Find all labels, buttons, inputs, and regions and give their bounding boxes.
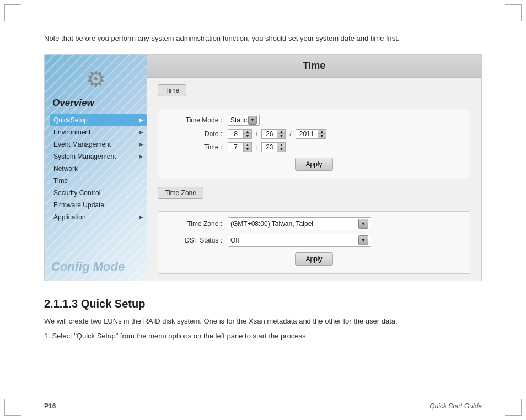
timezone-tab-btn[interactable]: Time Zone bbox=[158, 187, 470, 203]
timezone-control: (GMT+08:00) Taiwan, Taipei ▼ bbox=[228, 217, 371, 230]
sidebar-menu-item-label-8: Application bbox=[53, 213, 86, 221]
time-mode-select[interactable]: Static ▼ bbox=[228, 115, 260, 126]
time-label: Time : bbox=[167, 143, 222, 151]
date-label: Date : bbox=[167, 130, 222, 138]
date-month-up[interactable]: ▲ bbox=[244, 130, 251, 134]
timezone-row: Time Zone : (GMT+08:00) Taiwan, Taipei ▼ bbox=[167, 217, 461, 230]
time-minute-spinbox: 23 ▲ ▼ bbox=[261, 142, 286, 152]
sidebar-menu-item-8[interactable]: Application▶ bbox=[50, 211, 147, 223]
sidebar: ⚙ Overview QuickSetup▶Environment▶Event … bbox=[45, 55, 147, 281]
time-hour-value: 7 bbox=[228, 142, 243, 152]
sidebar-menu-item-5[interactable]: Time bbox=[50, 175, 147, 187]
timezone-select[interactable]: (GMT+08:00) Taiwan, Taipei ▼ bbox=[228, 217, 371, 230]
dst-select[interactable]: Off ▼ bbox=[228, 234, 371, 247]
corner-border-bl bbox=[4, 399, 21, 416]
date-year-spinbox: 2011 ▲ ▼ bbox=[296, 129, 326, 139]
date-month-spinbox: 8 ▲ ▼ bbox=[228, 129, 252, 139]
sidebar-menu-item-arrow-8: ▶ bbox=[139, 214, 143, 220]
footer-guide-name: Quick Start Guide bbox=[430, 402, 482, 410]
date-year-up[interactable]: ▲ bbox=[318, 130, 326, 134]
sidebar-menu-item-label-3: System Management bbox=[53, 153, 116, 160]
config-mode-label: Config Mode bbox=[51, 260, 125, 274]
time-mode-label: Time Mode : bbox=[167, 116, 222, 124]
corner-border-tl bbox=[4, 4, 21, 21]
sidebar-menu-item-arrow-2: ▶ bbox=[139, 141, 143, 147]
sidebar-menu-item-2[interactable]: Event Management▶ bbox=[50, 138, 147, 150]
sidebar-menu-item-3[interactable]: System Management▶ bbox=[50, 150, 147, 163]
date-row: Date : 8 ▲ ▼ / 26 bbox=[167, 129, 461, 139]
date-day-spinbox: 26 ▲ ▼ bbox=[261, 129, 286, 139]
screenshot-box: ⚙ Overview QuickSetup▶Environment▶Event … bbox=[44, 54, 482, 281]
time-control: 7 ▲ ▼ : 23 ▲ ▼ bbox=[228, 142, 286, 152]
date-month-down[interactable]: ▼ bbox=[244, 134, 251, 138]
section-body1: We will create two LUNs in the RAID disk… bbox=[44, 316, 482, 327]
time-minute-down[interactable]: ▼ bbox=[277, 147, 285, 152]
date-year-arrows[interactable]: ▲ ▼ bbox=[318, 129, 326, 139]
section-body2: 1. Select "Quick Setup" from the menu op… bbox=[44, 331, 482, 342]
time-tab-label: Time bbox=[158, 84, 186, 96]
corner-border-tr bbox=[505, 4, 522, 21]
time-hour-arrows[interactable]: ▲ ▼ bbox=[243, 142, 252, 152]
timezone-apply-button[interactable]: Apply bbox=[295, 252, 332, 266]
dst-value: Off bbox=[230, 236, 239, 244]
sidebar-menu-item-4[interactable]: Network bbox=[50, 163, 147, 175]
footer-page-number: P16 bbox=[44, 402, 56, 410]
gear-icon: ⚙ bbox=[83, 66, 109, 92]
time-hour-up[interactable]: ▲ bbox=[244, 143, 251, 147]
section-heading: 2.1.1.3 Quick Setup bbox=[44, 298, 482, 310]
sidebar-menu-item-label-2: Event Management bbox=[53, 141, 111, 148]
timezone-value: (GMT+08:00) Taiwan, Taipei bbox=[230, 220, 313, 228]
dst-select-arrow[interactable]: ▼ bbox=[358, 235, 368, 245]
sidebar-menu-item-0[interactable]: QuickSetup▶ bbox=[50, 114, 147, 126]
dst-control: Off ▼ bbox=[228, 234, 371, 247]
right-panel: Time Time Time Mode : Static ▼ bbox=[147, 55, 481, 281]
time-sep: : bbox=[256, 143, 257, 151]
time-mode-control: Static ▼ bbox=[228, 115, 260, 126]
time-hour-spinbox: 7 ▲ ▼ bbox=[228, 142, 252, 152]
time-row: Time : 7 ▲ ▼ : 23 bbox=[167, 142, 461, 152]
date-year-down[interactable]: ▼ bbox=[318, 134, 326, 138]
date-day-arrows[interactable]: ▲ ▼ bbox=[277, 129, 286, 139]
sidebar-overview-label: Overview bbox=[52, 98, 94, 109]
date-year-value: 2011 bbox=[296, 129, 318, 139]
time-minute-arrows[interactable]: ▲ ▼ bbox=[277, 142, 286, 152]
date-control: 8 ▲ ▼ / 26 ▲ ▼ bbox=[228, 129, 326, 139]
date-sep2: / bbox=[289, 130, 291, 138]
date-day-value: 26 bbox=[261, 129, 277, 139]
sidebar-menu-item-label-0: QuickSetup bbox=[53, 116, 88, 124]
date-sep1: / bbox=[256, 130, 257, 138]
time-hour-down[interactable]: ▼ bbox=[244, 147, 251, 152]
time-form-section: Time Mode : Static ▼ Date : bbox=[158, 109, 470, 179]
sidebar-menu-item-7[interactable]: Firmware Update bbox=[50, 199, 147, 211]
sidebar-menu-item-label-4: Network bbox=[53, 165, 78, 173]
corner-border-br bbox=[505, 399, 522, 416]
time-mode-value: Static bbox=[230, 116, 247, 124]
time-mode-select-arrow[interactable]: ▼ bbox=[248, 116, 257, 125]
dst-label: DST Status : bbox=[167, 236, 222, 244]
sidebar-menu-item-arrow-0: ▶ bbox=[139, 117, 143, 123]
date-day-down[interactable]: ▼ bbox=[277, 134, 285, 138]
intro-text: Note that before you perform any system … bbox=[44, 33, 482, 44]
page-footer: P16 Quick Start Guide bbox=[44, 402, 482, 410]
time-minute-value: 23 bbox=[261, 142, 277, 152]
sidebar-menu-item-label-5: Time bbox=[53, 177, 68, 185]
timezone-label: Time Zone : bbox=[167, 220, 222, 228]
sidebar-menu-item-1[interactable]: Environment▶ bbox=[50, 126, 147, 138]
timezone-form-section: Time Zone : (GMT+08:00) Taiwan, Taipei ▼… bbox=[158, 211, 470, 274]
date-month-arrows[interactable]: ▲ ▼ bbox=[243, 129, 252, 139]
sidebar-menu-item-label-1: Environment bbox=[53, 128, 90, 136]
panel-title: Time bbox=[147, 55, 481, 78]
time-minute-up[interactable]: ▲ bbox=[277, 143, 285, 147]
dst-row: DST Status : Off ▼ bbox=[167, 234, 461, 247]
timezone-select-arrow[interactable]: ▼ bbox=[358, 219, 368, 229]
time-apply-button[interactable]: Apply bbox=[295, 158, 332, 171]
time-mode-row: Time Mode : Static ▼ bbox=[167, 115, 461, 126]
sidebar-menu-item-arrow-3: ▶ bbox=[139, 153, 143, 159]
sidebar-menu-item-6[interactable]: Security Control bbox=[50, 187, 147, 199]
timezone-tab-label: Time Zone bbox=[158, 187, 203, 199]
time-tab-btn[interactable]: Time bbox=[158, 84, 470, 101]
panel-body: Time Time Mode : Static ▼ bbox=[147, 78, 481, 281]
sidebar-menu-item-arrow-1: ▶ bbox=[139, 129, 143, 135]
sidebar-menu-item-label-7: Firmware Update bbox=[53, 201, 104, 209]
date-day-up[interactable]: ▲ bbox=[277, 130, 285, 134]
